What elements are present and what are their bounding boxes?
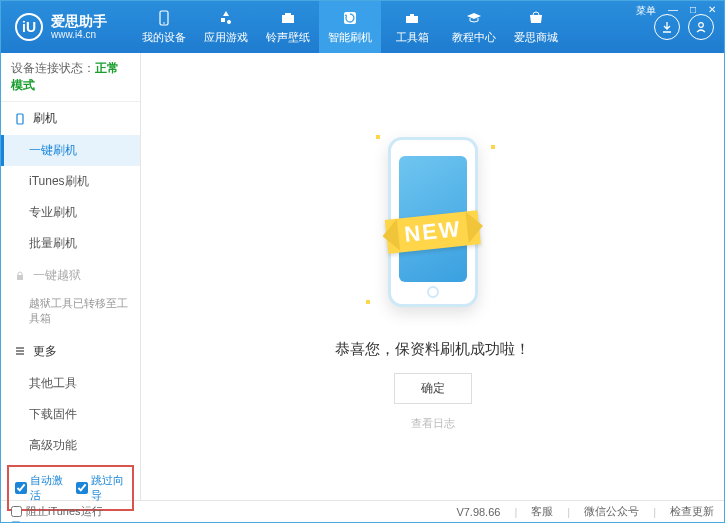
nav-label: 应用游戏 xyxy=(204,30,248,45)
sidebar-item-pro-flash[interactable]: 专业刷机 xyxy=(1,197,140,228)
hamburger-icon xyxy=(13,345,27,357)
svg-rect-9 xyxy=(17,275,23,280)
svg-rect-6 xyxy=(410,14,414,16)
view-log-link[interactable]: 查看日志 xyxy=(411,416,455,431)
conn-label: 设备连接状态： xyxy=(11,61,95,75)
nav-app-game[interactable]: 应用游戏 xyxy=(195,1,257,53)
briefcase-icon xyxy=(279,9,297,27)
apps-icon xyxy=(217,9,235,27)
group-label: 更多 xyxy=(33,343,57,360)
brand-url: www.i4.cn xyxy=(51,29,107,41)
auto-activate-checkbox[interactable]: 自动激活 xyxy=(15,473,66,503)
block-itunes-checkbox[interactable] xyxy=(11,506,22,517)
nav-label: 教程中心 xyxy=(452,30,496,45)
phone-illustration: NEW xyxy=(363,122,503,322)
logo-icon: iU xyxy=(15,13,43,41)
refresh-icon xyxy=(341,9,359,27)
sidebar-item-one-click-flash[interactable]: 一键刷机 xyxy=(1,135,140,166)
svg-point-1 xyxy=(163,22,165,24)
connection-status: 设备连接状态：正常模式 xyxy=(1,53,140,102)
svg-rect-5 xyxy=(406,16,418,23)
block-itunes-label: 阻止iTunes运行 xyxy=(26,504,103,519)
group-label: 一键越狱 xyxy=(33,267,81,284)
phone-icon xyxy=(13,113,27,125)
nav-label: 铃声壁纸 xyxy=(266,30,310,45)
sparkle-icon xyxy=(373,132,383,142)
cb-label: 跳过向导 xyxy=(91,473,127,503)
close-icon[interactable]: ✕ xyxy=(705,4,719,18)
jailbreak-note: 越狱工具已转移至工具箱 xyxy=(1,292,140,335)
window-controls: 菜单 — □ ✕ xyxy=(633,4,719,18)
nav-shop[interactable]: 爱思商城 xyxy=(505,1,567,53)
main-content: NEW 恭喜您，保资料刷机成功啦！ 确定 查看日志 xyxy=(141,53,724,500)
nav-label: 工具箱 xyxy=(396,30,429,45)
body: 设备连接状态：正常模式 刷机 一键刷机 iTunes刷机 专业刷机 批量刷机 一… xyxy=(1,53,724,500)
nav-toolbox[interactable]: 工具箱 xyxy=(381,1,443,53)
toolbox-icon xyxy=(403,9,421,27)
version-label: V7.98.66 xyxy=(456,506,500,518)
nav-label: 爱思商城 xyxy=(514,30,558,45)
sidebar: 设备连接状态：正常模式 刷机 一键刷机 iTunes刷机 专业刷机 批量刷机 一… xyxy=(1,53,141,500)
cb-label: 自动激活 xyxy=(30,473,66,503)
sidebar-item-other-tools[interactable]: 其他工具 xyxy=(1,368,140,399)
sidebar-group-flash[interactable]: 刷机 xyxy=(1,102,140,135)
svg-point-7 xyxy=(699,23,704,28)
header: iU 爱思助手 www.i4.cn 我的设备 应用游戏 铃声壁纸 智能刷机 工具… xyxy=(1,1,724,53)
sidebar-group-more[interactable]: 更多 xyxy=(1,335,140,368)
nav-smart-flash[interactable]: 智能刷机 xyxy=(319,1,381,53)
sparkle-icon xyxy=(488,142,498,152)
sidebar-item-advanced[interactable]: 高级功能 xyxy=(1,430,140,461)
phone-outline-icon xyxy=(155,9,173,27)
nav: 我的设备 应用游戏 铃声壁纸 智能刷机 工具箱 教程中心 爱思商城 xyxy=(133,1,654,53)
nav-ringtone-wallpaper[interactable]: 铃声壁纸 xyxy=(257,1,319,53)
lock-icon xyxy=(13,270,27,282)
phone-home-icon xyxy=(427,286,439,298)
wechat-link[interactable]: 微信公众号 xyxy=(584,504,639,519)
success-message: 恭喜您，保资料刷机成功啦！ xyxy=(335,340,530,359)
statusbar: 阻止iTunes运行 V7.98.66 | 客服 | 微信公众号 | 检查更新 xyxy=(1,500,724,522)
nav-label: 我的设备 xyxy=(142,30,186,45)
minimize-icon[interactable]: — xyxy=(665,4,681,18)
group-label: 刷机 xyxy=(33,110,57,127)
graduation-cap-icon xyxy=(465,9,483,27)
sidebar-group-jailbreak: 一键越狱 xyxy=(1,259,140,292)
maximize-icon[interactable]: □ xyxy=(687,4,699,18)
support-link[interactable]: 客服 xyxy=(531,504,553,519)
svg-rect-2 xyxy=(282,15,294,23)
brand-text: 爱思助手 www.i4.cn xyxy=(51,13,107,41)
brand-name: 爱思助手 xyxy=(51,13,107,29)
check-update-link[interactable]: 检查更新 xyxy=(670,504,714,519)
sidebar-item-download-firmware[interactable]: 下载固件 xyxy=(1,399,140,430)
shop-icon xyxy=(527,9,545,27)
svg-rect-3 xyxy=(285,13,291,15)
nav-my-device[interactable]: 我的设备 xyxy=(133,1,195,53)
skip-wizard-checkbox[interactable]: 跳过向导 xyxy=(76,473,127,503)
separator: | xyxy=(567,506,570,518)
sidebar-item-itunes-flash[interactable]: iTunes刷机 xyxy=(1,166,140,197)
sidebar-item-batch-flash[interactable]: 批量刷机 xyxy=(1,228,140,259)
separator: | xyxy=(653,506,656,518)
nav-tutorial[interactable]: 教程中心 xyxy=(443,1,505,53)
ok-button[interactable]: 确定 xyxy=(394,373,472,404)
menu-icon[interactable]: 菜单 xyxy=(633,4,659,18)
svg-rect-8 xyxy=(17,114,23,124)
logo-area: iU 爱思助手 www.i4.cn xyxy=(1,13,121,41)
sparkle-icon xyxy=(363,297,373,307)
nav-label: 智能刷机 xyxy=(328,30,372,45)
separator: | xyxy=(514,506,517,518)
